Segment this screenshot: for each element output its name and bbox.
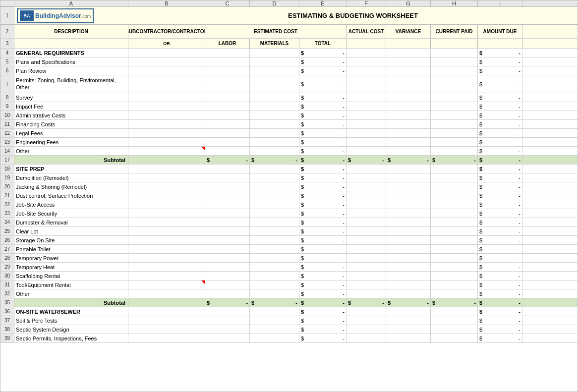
cell-26b[interactable] (128, 236, 205, 244)
cell-5f[interactable] (347, 57, 386, 66)
cell-26f[interactable] (347, 236, 386, 244)
cell-9h[interactable] (431, 102, 478, 111)
cell-37i[interactable]: $- (478, 316, 522, 325)
cell-30d[interactable] (250, 272, 299, 280)
cell-31i[interactable]: $- (478, 280, 522, 289)
cell-9g[interactable] (386, 102, 431, 111)
cell-14g[interactable] (386, 147, 431, 155)
cell-11c[interactable] (205, 120, 250, 128)
cell-36e[interactable]: $- (299, 307, 347, 316)
cell-30b[interactable] (128, 272, 205, 280)
cell-37d[interactable] (250, 316, 299, 325)
cell-31g[interactable] (386, 280, 431, 289)
cell-29e[interactable]: $- (299, 263, 347, 271)
cell-27c[interactable] (205, 245, 250, 253)
cell-28d[interactable] (250, 254, 299, 262)
cell-29c[interactable] (205, 263, 250, 271)
cell-36c[interactable] (205, 307, 250, 316)
cell-12b[interactable] (128, 129, 205, 137)
cell-9b[interactable] (128, 102, 205, 111)
cell-10h[interactable] (431, 111, 478, 119)
cell-19d[interactable] (250, 173, 299, 182)
cell-18b[interactable] (128, 165, 205, 173)
cell-30h[interactable] (431, 272, 478, 280)
cell-24b[interactable] (128, 218, 205, 226)
cell-20g[interactable] (386, 182, 431, 191)
cell-39g[interactable] (386, 334, 431, 342)
cell-25c[interactable] (205, 227, 250, 235)
cell-27b[interactable] (128, 245, 205, 253)
cell-25e[interactable]: $- (299, 227, 347, 235)
cell-20c[interactable] (205, 182, 250, 191)
cell-14i[interactable]: $- (478, 147, 522, 155)
cell-26d[interactable] (250, 236, 299, 244)
cell-19b[interactable] (128, 173, 205, 182)
cell-14a[interactable]: Other (14, 147, 128, 155)
cell-28f[interactable] (347, 254, 386, 262)
cell-19a[interactable]: Demolition (Remodel) (14, 173, 128, 182)
cell-13f[interactable] (347, 138, 386, 146)
cell-5d[interactable] (250, 57, 299, 66)
cell-23a[interactable]: Job-Site Security (14, 209, 128, 218)
cell-36b[interactable] (128, 307, 205, 316)
cell-24e[interactable]: $- (299, 218, 347, 226)
cell-22c[interactable] (205, 200, 250, 209)
cell-10f[interactable] (347, 111, 386, 119)
cell-29i[interactable]: $- (478, 263, 522, 271)
cell-32a[interactable]: Other (14, 289, 128, 298)
cell-27a[interactable]: Portable Toilet (14, 245, 128, 253)
cell-13i[interactable]: $- (478, 138, 522, 146)
cell-39a[interactable]: Septic Permits, Inspections, Fees (14, 334, 128, 342)
cell-14e[interactable]: $- (299, 147, 347, 155)
cell-21a[interactable]: Dust control, Surface Protection (14, 191, 128, 200)
cell-37f[interactable] (347, 316, 386, 325)
cell-19c[interactable] (205, 173, 250, 182)
cell-7c[interactable] (205, 75, 250, 93)
cell-38i[interactable]: $- (478, 325, 522, 334)
cell-22a[interactable]: Job-Site Access (14, 200, 128, 209)
cell-38c[interactable] (205, 325, 250, 334)
cell-6b[interactable] (128, 66, 205, 75)
cell-11g[interactable] (386, 120, 431, 128)
cell-4b[interactable] (128, 49, 205, 57)
cell-38a[interactable]: Septic System Design (14, 325, 128, 334)
cell-8g[interactable] (386, 93, 431, 102)
cell-7i[interactable]: $- (478, 75, 522, 93)
cell-32e[interactable]: $- (299, 289, 347, 298)
cell-39h[interactable] (431, 334, 478, 342)
cell-30c[interactable] (205, 272, 250, 280)
cell-9c[interactable] (205, 102, 250, 111)
cell-13c[interactable] (205, 138, 250, 146)
cell-21h[interactable] (431, 191, 478, 200)
cell-4c[interactable] (205, 49, 250, 57)
cell-38d[interactable] (250, 325, 299, 334)
cell-6h[interactable] (431, 66, 478, 75)
cell-23d[interactable] (250, 209, 299, 218)
cell-31b[interactable] (128, 280, 205, 289)
cell-10c[interactable] (205, 111, 250, 119)
cell-4i[interactable]: $- (478, 49, 522, 57)
cell-20i[interactable]: $- (478, 182, 522, 191)
cell-28h[interactable] (431, 254, 478, 262)
cell-26e[interactable]: $- (299, 236, 347, 244)
cell-13a[interactable]: Engineering Fees (14, 138, 128, 146)
cell-24a[interactable]: Dumpster & Removal (14, 218, 128, 226)
cell-18c[interactable] (205, 165, 250, 173)
cell-29h[interactable] (431, 263, 478, 271)
cell-6f[interactable] (347, 66, 386, 75)
cell-12f[interactable] (347, 129, 386, 137)
cell-31a[interactable]: Tool/Equipment Rental (14, 280, 128, 289)
cell-37e[interactable]: $- (299, 316, 347, 325)
cell-24h[interactable] (431, 218, 478, 226)
cell-36i[interactable]: $- (478, 307, 522, 316)
cell-8e[interactable]: $- (299, 93, 347, 102)
cell-10d[interactable] (250, 111, 299, 119)
cell-20f[interactable] (347, 182, 386, 191)
cell-26i[interactable]: $- (478, 236, 522, 244)
cell-38g[interactable] (386, 325, 431, 334)
cell-8b[interactable] (128, 93, 205, 102)
cell-9d[interactable] (250, 102, 299, 111)
cell-6d[interactable] (250, 66, 299, 75)
cell-22e[interactable]: $- (299, 200, 347, 209)
cell-7a[interactable]: Permits: Zoning, Building, Environmental… (14, 75, 128, 93)
